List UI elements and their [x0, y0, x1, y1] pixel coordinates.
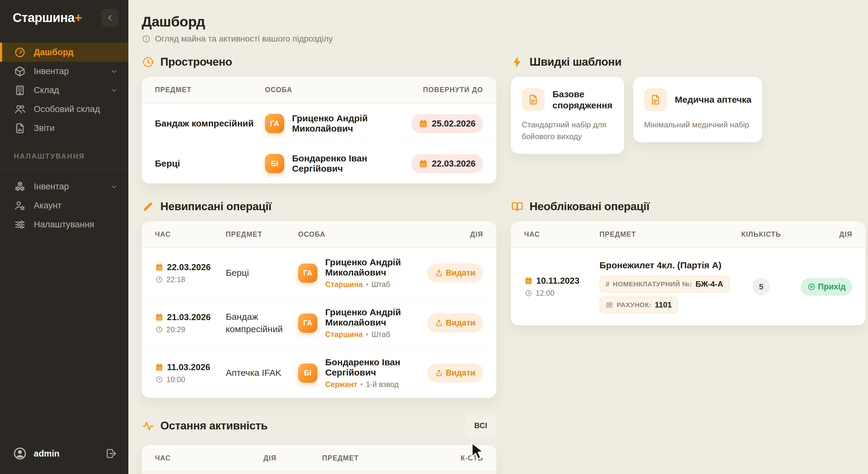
table-row[interactable]: 22.03.2026 22:18 Видати Берці 1	[142, 472, 496, 474]
page-title: Дашборд	[142, 13, 866, 30]
table-row[interactable]: 21.03.2026 20:29 Бандаж компресійний ГА …	[142, 298, 496, 348]
table-header: ПРЕДМЕТ ОСОБА ПОВЕРНУТИ ДО	[142, 77, 496, 103]
sidebar-item-personnel[interactable]: Особовий склад	[0, 100, 128, 118]
logout-button[interactable]	[105, 447, 118, 460]
item-name: Берці	[155, 159, 265, 169]
report-icon	[14, 122, 26, 134]
sidebar-item-label: Акаунт	[34, 201, 61, 210]
section-activity-header: Остання активність ВСІ	[142, 415, 496, 437]
template-title: Базове спорядження	[553, 89, 613, 111]
section-templates: Швидкі шаблони Базове спорядження Станда…	[511, 56, 866, 154]
person-rank: Сержант	[325, 380, 357, 389]
view-all-button[interactable]: ВСІ	[465, 415, 496, 437]
overdue-card: ПРЕДМЕТ ОСОБА ПОВЕРНУТИ ДО Бандаж компре…	[142, 77, 496, 183]
sidebar-item-dashboard[interactable]: Дашборд	[0, 43, 128, 62]
section-pending: Невиписані операції ЧАС ПРЕДМЕТ ОСОБА ДІ…	[142, 200, 496, 398]
clock-icon	[142, 56, 154, 68]
info-icon	[142, 34, 151, 43]
sidebar-collapse-button[interactable]	[101, 9, 119, 27]
lightning-icon	[511, 56, 524, 68]
section-title: Швидкі шаблони	[530, 56, 621, 68]
template-card-base-gear[interactable]: Базове спорядження Стандартний набір для…	[511, 77, 624, 154]
section-title: Необліковані операції	[530, 200, 650, 213]
sidebar-item-inventory[interactable]: Інвентар	[0, 62, 128, 81]
person-name: Гриценко Андрій Миколайович	[325, 257, 420, 278]
table-header: ЧАС ПРЕДМЕТ ОСОБА ДІЯ	[142, 221, 496, 248]
document-icon	[522, 88, 545, 111]
logo-text: Старшина	[13, 10, 74, 25]
section-unaccounted-header: Необліковані операції	[511, 200, 866, 213]
issue-button[interactable]: Видати	[427, 264, 483, 282]
user-avatar-icon	[13, 446, 27, 461]
person-meta: Старшина • Штаб	[325, 330, 420, 339]
sidebar-item-settings[interactable]: Налаштування	[0, 215, 128, 234]
table-row[interactable]: Бандаж компресійний ГА Гриценко Андрій М…	[142, 103, 496, 143]
person-name: Бондаренко Іван Сергійович	[292, 153, 384, 174]
table-row[interactable]: 22.03.2026 22:18 Берці ГА Гриценко Андрі…	[142, 248, 496, 298]
avatar: ГА	[298, 264, 317, 283]
person-unit: 1-й взвод	[366, 380, 399, 389]
issue-button[interactable]: Видати	[427, 313, 483, 333]
template-card-medkit[interactable]: Медична аптечка Мінімальний медичний наб…	[633, 77, 762, 142]
sidebar-user: admin	[0, 436, 128, 474]
upload-icon	[435, 319, 443, 327]
sidebar-item-reports[interactable]: Звіти	[0, 118, 128, 138]
calendar-icon	[418, 119, 428, 128]
user-gear-icon	[14, 200, 26, 212]
logout-icon	[105, 447, 118, 460]
person-cell: БІ Бондаренко Іван Сергійович	[265, 153, 384, 174]
box-icon	[14, 65, 26, 77]
sidebar: Старшина+ Дашборд Інвентар Склад Особови…	[0, 0, 128, 474]
section-templates-header: Швидкі шаблони	[511, 56, 866, 68]
nomenclature-chip: # НОМЕНКЛАТУРНИЙ №: БЖ-4-А	[599, 276, 729, 293]
calendar-icon	[155, 313, 164, 321]
calendar-icon	[155, 263, 164, 272]
income-badge[interactable]: Прихід	[801, 278, 852, 296]
person-cell: ГА Гриценко Андрій Миколайович Старшина …	[298, 307, 420, 339]
main-content: Дашборд Огляд майна та активності вашого…	[128, 0, 868, 474]
due-date-pill: 25.02.2026	[411, 114, 483, 133]
sidebar-item-warehouse[interactable]: Склад	[0, 81, 128, 100]
sidebar-settings-nav: Інвентар Акаунт Налаштування	[0, 177, 128, 234]
sidebar-item-account[interactable]: Акаунт	[0, 196, 128, 215]
time-cell: 21.03.2026 20:29	[155, 312, 226, 334]
template-cards: Базове спорядження Стандартний набір для…	[511, 77, 866, 154]
book-icon	[511, 200, 524, 213]
person-name: Бондаренко Іван Сергійович	[325, 357, 420, 378]
calendar-icon	[418, 159, 428, 168]
sidebar-item-inventory-settings[interactable]: Інвентар	[0, 177, 128, 196]
activity-icon	[142, 419, 154, 432]
table-row[interactable]: Берці БІ Бондаренко Іван Сергійович 22.0…	[142, 143, 496, 183]
upload-icon	[435, 269, 443, 277]
person-name: Гриценко Андрій Миколайович	[325, 307, 420, 328]
table-row[interactable]: 11.03.2026 10:00 Аптечка IFAK БІ Бондаре…	[142, 348, 496, 398]
chevron-down-icon	[110, 67, 118, 76]
time-cell: 10.11.2023 12:00	[524, 276, 599, 298]
clock-icon	[156, 326, 163, 333]
avatar: ГА	[265, 114, 284, 133]
avatar: БІ	[298, 364, 317, 383]
sidebar-item-label: Інвентар	[34, 66, 69, 76]
table-row[interactable]: 10.11.2023 12:00 Бронежилет 4кл. (Партія…	[511, 248, 866, 325]
issue-button[interactable]: Видати	[427, 364, 483, 382]
clock-icon	[156, 376, 163, 383]
section-title: Невиписані операції	[160, 200, 272, 213]
sidebar-item-label: Звіти	[34, 123, 55, 133]
sidebar-nav: Дашборд Інвентар Склад Особовий склад Зв…	[0, 43, 128, 138]
settings-section-label: НАЛАШТУВАННЯ	[14, 153, 115, 161]
sidebar-item-label: Дашборд	[34, 47, 73, 57]
document-icon	[644, 88, 667, 111]
pending-card: ЧАС ПРЕДМЕТ ОСОБА ДІЯ 22.03.2026 22:18 Б…	[142, 221, 496, 398]
building-icon	[14, 84, 26, 96]
person-meta: Старшина • Штаб	[325, 280, 420, 289]
clock-icon	[156, 276, 163, 283]
gauge-icon	[14, 46, 26, 59]
ledger-icon	[606, 301, 613, 309]
table-header: ЧАС ПРЕДМЕТ КІЛЬКІСТЬ ДІЯ	[511, 221, 866, 248]
chevron-down-icon	[110, 86, 118, 95]
person-rank: Старшина	[325, 280, 363, 289]
quantity-badge: 5	[752, 278, 770, 296]
section-overdue: Прострочено ПРЕДМЕТ ОСОБА ПОВЕРНУТИ ДО Б…	[142, 56, 496, 183]
account-chip: РАХУНОК: 1101	[599, 297, 678, 313]
sidebar-settings-divider: НАЛАШТУВАННЯ	[0, 144, 128, 169]
